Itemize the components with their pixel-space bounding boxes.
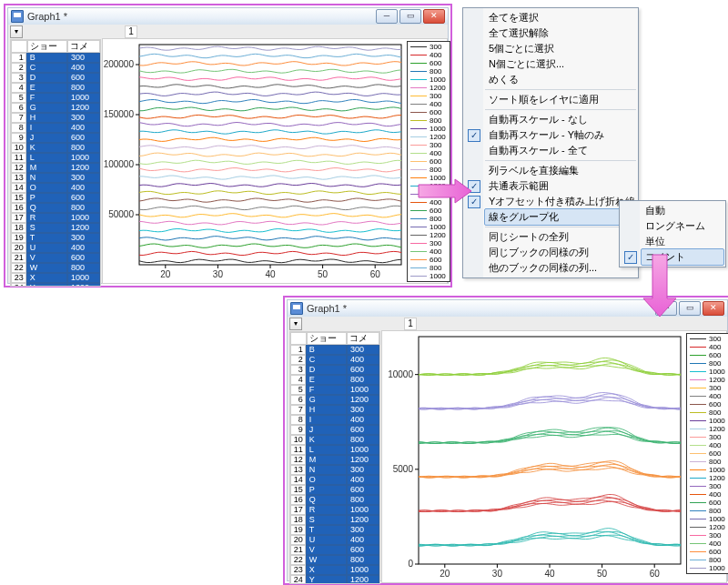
table-row[interactable]: 10K800	[290, 435, 379, 445]
menu-item[interactable]: 同じブックの同様の列	[485, 245, 636, 260]
cell-comment[interactable]: 1000	[347, 385, 379, 395]
table-row[interactable]: 20U400	[11, 243, 100, 253]
cell-shortname[interactable]: C	[26, 63, 67, 73]
cell-shortname[interactable]: P	[26, 193, 67, 203]
cell-shortname[interactable]: F	[26, 93, 67, 103]
cell-comment[interactable]: 800	[347, 375, 379, 385]
cell-comment[interactable]: 400	[347, 475, 379, 485]
cell-shortname[interactable]: W	[306, 555, 347, 565]
cell-comment[interactable]: 1200	[67, 223, 100, 233]
table-row[interactable]: 12M1200	[11, 163, 100, 173]
legend-item[interactable]: 1200	[410, 84, 447, 92]
cell-comment[interactable]: 600	[347, 425, 379, 435]
cell-shortname[interactable]: L	[306, 445, 347, 455]
cell-comment[interactable]: 800	[67, 203, 100, 213]
col-header-shortname[interactable]: ショートネーム	[27, 40, 67, 53]
legend-item[interactable]: 600	[690, 351, 726, 359]
cell-shortname[interactable]: X	[306, 565, 347, 575]
table-row[interactable]: 2C400	[11, 63, 100, 73]
table-row[interactable]: 8I400	[290, 415, 379, 425]
cell-comment[interactable]: 300	[347, 405, 379, 415]
cell-shortname[interactable]: C	[306, 355, 347, 365]
cell-shortname[interactable]: U	[306, 535, 347, 545]
table-row[interactable]: 11L1000	[11, 153, 100, 163]
legend-item[interactable]: 600	[690, 400, 726, 408]
cell-shortname[interactable]: D	[26, 73, 67, 83]
legend-item[interactable]: 1000	[690, 466, 726, 474]
table-row[interactable]: 21V600	[290, 545, 379, 555]
table-row[interactable]: 10K800	[11, 143, 100, 153]
legend-item[interactable]: 800	[410, 116, 447, 125]
legend-item[interactable]: 1000	[410, 223, 447, 231]
cell-shortname[interactable]: H	[306, 405, 347, 415]
cell-shortname[interactable]: I	[306, 415, 347, 425]
menu-item[interactable]: 全てを選択	[485, 10, 636, 25]
menu-item[interactable]: 線をグループ化	[484, 208, 637, 226]
legend-item[interactable]: 800	[690, 507, 726, 515]
cell-shortname[interactable]: R	[306, 505, 347, 515]
cell-comment[interactable]: 1200	[67, 163, 100, 173]
legend-item[interactable]: 300	[690, 384, 726, 392]
menu-item[interactable]: 自動	[642, 203, 723, 218]
legend-item[interactable]: 1000	[410, 272, 447, 280]
cell-shortname[interactable]: G	[26, 103, 67, 113]
legend-item[interactable]: 1200	[690, 474, 726, 482]
table-row[interactable]: 24Y1200	[11, 283, 100, 287]
cell-shortname[interactable]: W	[26, 263, 67, 273]
cell-shortname[interactable]: F	[306, 385, 347, 395]
cell-comment[interactable]: 300	[347, 525, 379, 535]
table-row[interactable]: 13N300	[11, 173, 100, 183]
table-row[interactable]: 21V600	[11, 253, 100, 263]
legend-item[interactable]: 800	[690, 408, 726, 417]
legend-item[interactable]: 400	[690, 392, 726, 400]
table-row[interactable]: 6G1200	[290, 395, 379, 405]
table-row[interactable]: 23X1000	[290, 565, 379, 575]
cell-shortname[interactable]: G	[306, 395, 347, 405]
legend-item[interactable]: 300	[690, 531, 726, 540]
cell-comment[interactable]: 1200	[347, 575, 379, 584]
cell-shortname[interactable]: K	[306, 435, 347, 445]
table-corner-button[interactable]: ▾	[289, 318, 302, 330]
cell-comment[interactable]: 1200	[347, 455, 379, 465]
maximize-button[interactable]: ▭	[399, 9, 421, 24]
cell-shortname[interactable]: O	[306, 475, 347, 485]
table-row[interactable]: 6G1200	[11, 103, 100, 113]
layer-marker[interactable]: 1	[125, 25, 137, 38]
legend-item[interactable]: 1000	[690, 564, 726, 572]
table-row[interactable]: 16Q800	[290, 495, 379, 505]
cell-shortname[interactable]: U	[26, 243, 67, 253]
cell-comment[interactable]: 800	[347, 555, 379, 565]
table-row[interactable]: 16Q800	[11, 203, 100, 213]
cell-comment[interactable]: 800	[67, 143, 100, 153]
menu-item[interactable]: ロングネーム	[642, 218, 723, 234]
table-row[interactable]: 23X1000	[11, 273, 100, 283]
cell-shortname[interactable]: I	[26, 123, 67, 133]
legend-item[interactable]: 400	[690, 343, 726, 351]
cell-shortname[interactable]: Y	[26, 283, 67, 287]
legend-item[interactable]: 600	[410, 256, 447, 264]
cell-shortname[interactable]: E	[26, 83, 67, 93]
menu-item[interactable]: 自動再スケール - Y軸のみ✓	[485, 127, 636, 143]
cell-comment[interactable]: 600	[67, 193, 100, 203]
cell-shortname[interactable]: N	[306, 465, 347, 475]
table-row[interactable]: 15P600	[11, 193, 100, 203]
cell-comment[interactable]: 400	[67, 183, 100, 193]
cell-comment[interactable]: 300	[67, 233, 100, 243]
cell-comment[interactable]: 1000	[67, 93, 100, 103]
columns-table[interactable]: ショートネーム コメント 1B3002C4003D6004E8005F10006…	[10, 39, 101, 287]
table-row[interactable]: 5F1000	[290, 385, 379, 395]
table-row[interactable]: 3D600	[11, 73, 100, 83]
columns-table[interactable]: ショートネーム コメント 1B3002C4003D6004E8005F10006…	[289, 331, 380, 584]
table-row[interactable]: 14O400	[290, 475, 379, 485]
cell-comment[interactable]: 1200	[347, 395, 379, 405]
col-header-comment[interactable]: コメント	[67, 40, 100, 53]
cell-comment[interactable]: 1000	[347, 445, 379, 455]
cell-comment[interactable]: 800	[67, 263, 100, 273]
table-row[interactable]: 4E800	[290, 375, 379, 385]
table-row[interactable]: 19T300	[11, 233, 100, 243]
cell-shortname[interactable]: J	[26, 133, 67, 143]
cell-shortname[interactable]: O	[26, 183, 67, 193]
cell-shortname[interactable]: X	[26, 273, 67, 283]
table-row[interactable]: 22W800	[11, 263, 100, 273]
plot-area-bottom[interactable]: 20304050600500010000	[381, 330, 727, 583]
